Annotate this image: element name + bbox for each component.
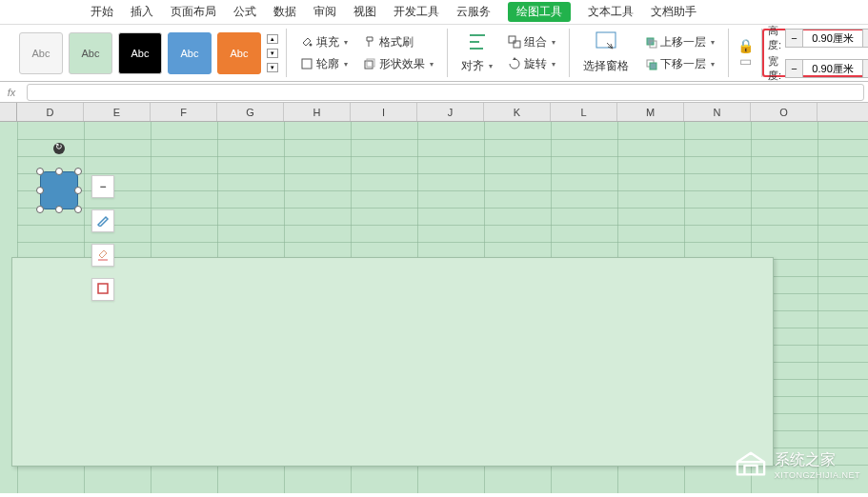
col-head-n[interactable]: N <box>684 103 751 121</box>
equal-size-icon[interactable]: ▭ <box>738 54 752 68</box>
select-all-corner[interactable] <box>0 103 17 121</box>
formula-bar: fx <box>0 82 868 103</box>
menu-bar: 开始 插入 页面布局 公式 数据 审阅 视图 开发工具 云服务 绘图工具 文本工… <box>0 0 868 25</box>
dropdown-caret-icon: ▾ <box>489 62 493 70</box>
resize-handle-tm[interactable] <box>55 168 63 175</box>
shape-style-gallery: Abc Abc Abc Abc Abc ▴▾▾ <box>0 29 287 77</box>
bring-forward-button[interactable]: 上移一层▾ <box>640 32 718 52</box>
selection-pane-button[interactable]: 选择窗格 <box>579 56 633 76</box>
group-button[interactable]: 组合▾ <box>504 32 559 52</box>
resize-handle-mr[interactable] <box>74 187 82 194</box>
col-head-m[interactable]: M <box>617 103 684 121</box>
resize-handle-br[interactable] <box>74 206 82 213</box>
width-increase-button[interactable]: + <box>862 60 868 77</box>
menu-review[interactable]: 审阅 <box>313 4 336 20</box>
dropdown-caret-icon: ▾ <box>344 60 348 69</box>
col-head-j[interactable]: J <box>417 103 484 121</box>
menu-formulas[interactable]: 公式 <box>233 4 256 20</box>
col-head-o[interactable]: O <box>751 103 818 121</box>
menu-cloud[interactable]: 云服务 <box>456 4 491 20</box>
col-head-h[interactable]: H <box>284 103 351 121</box>
svg-rect-5 <box>514 41 520 48</box>
pen-tool-button[interactable] <box>91 209 114 232</box>
size-group: 高度: − 0.90厘米 + 宽度: − 0.90厘米 + <box>762 29 868 77</box>
minus-tool-button[interactable]: − <box>91 175 114 198</box>
col-head-i[interactable]: I <box>351 103 417 121</box>
rotate-button[interactable]: 旋转▾ <box>504 54 559 74</box>
menu-data[interactable]: 数据 <box>273 4 296 20</box>
shape-preset-1[interactable]: Abc <box>19 32 63 74</box>
paint-bucket-icon <box>300 35 313 49</box>
width-decrease-button[interactable]: − <box>786 60 803 77</box>
svg-rect-11 <box>98 284 108 293</box>
formula-input[interactable] <box>27 84 864 101</box>
resize-handle-ml[interactable] <box>36 187 44 194</box>
width-spinner: − 0.90厘米 + <box>785 59 868 78</box>
col-head-l[interactable]: L <box>551 103 617 121</box>
rotate-handle[interactable] <box>53 143 65 154</box>
col-head-d[interactable]: D <box>17 103 84 121</box>
send-backward-button[interactable]: 下移一层▾ <box>640 54 718 74</box>
menu-insert[interactable]: 插入 <box>131 4 153 20</box>
dropdown-caret-icon: ▾ <box>430 60 434 69</box>
svg-rect-10 <box>650 63 656 70</box>
shape-preset-more[interactable]: ▴▾▾ <box>267 32 280 74</box>
lock-aspect-icon[interactable]: 🔒 <box>738 39 752 52</box>
dropdown-caret-icon: ▾ <box>552 38 555 47</box>
height-decrease-button[interactable]: − <box>786 30 803 47</box>
menu-drawing-tools[interactable]: 绘图工具 <box>508 2 571 22</box>
shape-effects-button[interactable]: 形状效果▾ <box>359 54 437 74</box>
bucket-icon <box>96 248 110 264</box>
height-increase-button[interactable]: + <box>862 30 868 47</box>
group-label: 组合 <box>524 34 547 50</box>
menu-doc-assistant[interactable]: 文档助手 <box>651 4 696 20</box>
menu-start[interactable]: 开始 <box>91 4 113 20</box>
fill-button[interactable]: 填充▾ <box>296 32 352 52</box>
menu-view[interactable]: 视图 <box>353 4 376 20</box>
fx-icon[interactable]: fx <box>0 87 23 98</box>
align-icon <box>465 30 490 54</box>
shape-preset-4[interactable]: Abc <box>168 32 212 74</box>
svg-rect-4 <box>509 36 515 43</box>
outline-icon <box>300 57 313 70</box>
align-label: 对齐 <box>461 58 484 74</box>
large-rectangle-shape[interactable] <box>11 257 774 467</box>
align-button[interactable]: 对齐▾ <box>457 56 496 76</box>
shape-preset-2[interactable]: Abc <box>69 32 112 74</box>
shape-preset-3[interactable]: Abc <box>118 32 162 74</box>
group-icon <box>508 35 521 49</box>
outline-label: 轮廓 <box>316 56 339 72</box>
resize-handle-tr[interactable] <box>74 168 82 175</box>
floating-toolbar: − <box>91 175 114 301</box>
menu-page-layout[interactable]: 页面布局 <box>171 4 216 20</box>
format-painter-button[interactable]: 格式刷 <box>359 32 437 52</box>
menu-text-tools[interactable]: 文本工具 <box>588 4 634 20</box>
col-head-e[interactable]: E <box>84 103 151 121</box>
col-head-g[interactable]: G <box>217 103 284 121</box>
svg-rect-2 <box>365 61 373 69</box>
rotate-label: 旋转 <box>524 56 547 72</box>
resize-handle-bm[interactable] <box>55 206 63 213</box>
watermark: 系统之家 XITONGZHIJIA.NET <box>733 449 860 480</box>
resize-handle-bl[interactable] <box>36 206 44 213</box>
shape-preset-5[interactable]: Abc <box>217 32 261 74</box>
outline-button[interactable]: 轮廓▾ <box>296 54 352 74</box>
width-value[interactable]: 0.90厘米 <box>803 60 862 77</box>
svg-rect-6 <box>596 32 616 48</box>
fill-tool-button[interactable] <box>91 244 114 267</box>
rotate-icon <box>508 57 521 70</box>
selected-shape[interactable] <box>40 171 78 209</box>
border-tool-button[interactable] <box>91 278 114 301</box>
col-head-k[interactable]: K <box>484 103 551 121</box>
resize-handle-tl[interactable] <box>36 168 44 175</box>
shape-body[interactable] <box>40 171 78 209</box>
paintbrush-icon <box>363 35 376 49</box>
menu-developer[interactable]: 开发工具 <box>394 4 439 20</box>
col-head-f[interactable]: F <box>151 103 217 121</box>
grid-area[interactable]: − 系统之家 XITONGZHIJIA.NET <box>0 122 868 493</box>
dropdown-caret-icon: ▾ <box>711 38 715 47</box>
format-painter-label: 格式刷 <box>379 34 414 50</box>
selection-group: 选择窗格 上移一层▾ 下移一层▾ <box>570 29 729 77</box>
misc-group: 🔒 ▭ <box>729 29 762 77</box>
height-value[interactable]: 0.90厘米 <box>803 30 862 47</box>
